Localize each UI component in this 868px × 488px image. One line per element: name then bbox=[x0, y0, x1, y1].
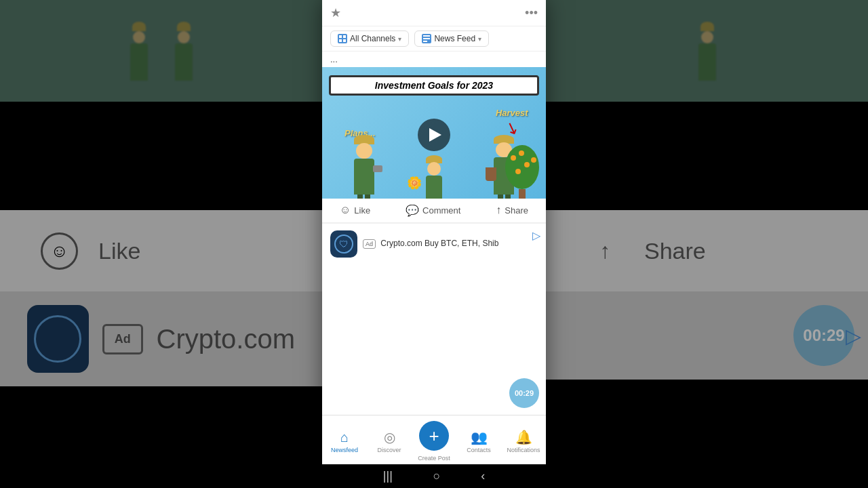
star-icon[interactable]: ★ bbox=[330, 5, 341, 20]
ellipsis-text: ... bbox=[322, 52, 546, 67]
more-options-icon[interactable]: ••• bbox=[525, 6, 538, 20]
share-action[interactable]: ↑ Share bbox=[496, 204, 528, 216]
notifications-nav-label: Notifications bbox=[507, 447, 540, 453]
character-left bbox=[344, 135, 384, 198]
channels-icon bbox=[338, 34, 347, 43]
flower-decoration: 🌼 bbox=[407, 176, 422, 190]
svg-rect-1 bbox=[343, 35, 346, 38]
video-title: Investment Goals for 2023 bbox=[329, 75, 539, 96]
notifications-nav-icon: 🔔 bbox=[515, 429, 532, 445]
contacts-nav-label: Contacts bbox=[467, 447, 491, 453]
character-center bbox=[414, 148, 454, 198]
create-post-button[interactable]: + bbox=[419, 421, 449, 451]
all-channels-label: All Channels bbox=[350, 34, 395, 43]
nav-item-create[interactable]: + Create Post bbox=[412, 421, 456, 462]
system-menu-icon[interactable]: ||| bbox=[383, 469, 393, 483]
background-left: ☺ Like Ad Crypto.com bbox=[0, 0, 322, 488]
svg-rect-3 bbox=[343, 39, 346, 42]
system-nav: ||| ○ ‹ bbox=[322, 464, 546, 488]
svg-rect-2 bbox=[339, 39, 342, 42]
news-feed-arrow: ▾ bbox=[478, 35, 481, 43]
video-harvest-label: Harvest bbox=[496, 108, 528, 118]
nav-item-contacts[interactable]: 👥 Contacts bbox=[456, 429, 501, 453]
nav-item-newsfeed[interactable]: ⌂ Newsfeed bbox=[322, 430, 367, 453]
ad-description: Crypto.com Buy BTC, ETH, Shib bbox=[380, 239, 498, 248]
bottom-nav: ⌂ Newsfeed ◎ Discover + Create Post 👥 Co… bbox=[322, 415, 546, 464]
discover-nav-label: Discover bbox=[377, 447, 401, 453]
nav-item-notifications[interactable]: 🔔 Notifications bbox=[501, 429, 546, 453]
comment-label: Comment bbox=[422, 205, 460, 216]
news-feed-label: News Feed bbox=[434, 34, 475, 43]
system-home-icon[interactable]: ○ bbox=[433, 469, 441, 483]
ad-logo: 🛡 bbox=[330, 230, 357, 258]
video-post[interactable]: Investment Goals for 2023 Plans... Harve… bbox=[322, 67, 546, 198]
ad-section: ▷ 🛡 Ad Crypto.com Buy BTC, ETH, Shib bbox=[322, 223, 546, 264]
svg-rect-5 bbox=[423, 38, 430, 39]
newsfeed-nav-label: Newsfeed bbox=[331, 447, 358, 453]
system-back-icon[interactable]: ‹ bbox=[481, 469, 485, 483]
discover-nav-icon: ◎ bbox=[384, 429, 395, 445]
like-icon: ☺ bbox=[340, 204, 351, 216]
phone-card: ★ ••• All Channels ▾ News Feed ▾ ... Inv… bbox=[322, 0, 546, 488]
newsfeed-nav-icon: ⌂ bbox=[340, 430, 349, 445]
ad-video-area[interactable]: 00:29 bbox=[322, 264, 546, 415]
shield-icon: 🛡 bbox=[339, 239, 349, 249]
svg-rect-4 bbox=[423, 35, 430, 37]
all-channels-arrow: ▾ bbox=[398, 35, 401, 43]
comment-icon: 💬 bbox=[406, 204, 419, 217]
ad-timer: 00:29 bbox=[509, 378, 539, 408]
news-feed-filter[interactable]: News Feed ▾ bbox=[414, 30, 489, 47]
nav-item-discover[interactable]: ◎ Discover bbox=[367, 429, 412, 453]
all-channels-filter[interactable]: All Channels ▾ bbox=[330, 30, 409, 47]
play-button[interactable] bbox=[418, 119, 450, 151]
play-triangle-icon bbox=[429, 128, 441, 142]
video-tree bbox=[503, 142, 540, 198]
top-bar: ★ ••• bbox=[322, 0, 546, 26]
filter-bar: All Channels ▾ News Feed ▾ bbox=[322, 26, 546, 52]
share-label: Share bbox=[505, 205, 528, 216]
svg-rect-0 bbox=[339, 35, 342, 38]
like-action[interactable]: ☺ Like bbox=[340, 204, 370, 216]
create-nav-label: Create Post bbox=[418, 455, 450, 462]
post-actions-bar: ☺ Like 💬 Comment ↑ Share bbox=[322, 199, 546, 223]
ad-play-marker[interactable]: ▷ bbox=[532, 229, 540, 242]
ad-text-content[interactable]: Ad Crypto.com Buy BTC, ETH, Shib bbox=[363, 239, 538, 249]
ad-logo-inner: 🛡 bbox=[334, 235, 353, 253]
like-label: Like bbox=[354, 205, 370, 216]
svg-rect-6 bbox=[423, 41, 427, 42]
video-thumbnail[interactable]: Investment Goals for 2023 Plans... Harve… bbox=[322, 67, 546, 198]
ad-badge: Ad bbox=[363, 239, 376, 249]
background-right: ↑ Share 00:29 ▷ bbox=[546, 0, 868, 488]
newsfeed-icon bbox=[422, 34, 431, 43]
share-icon: ↑ bbox=[496, 204, 501, 216]
contacts-nav-icon: 👥 bbox=[471, 429, 488, 445]
comment-action[interactable]: 💬 Comment bbox=[406, 204, 460, 217]
